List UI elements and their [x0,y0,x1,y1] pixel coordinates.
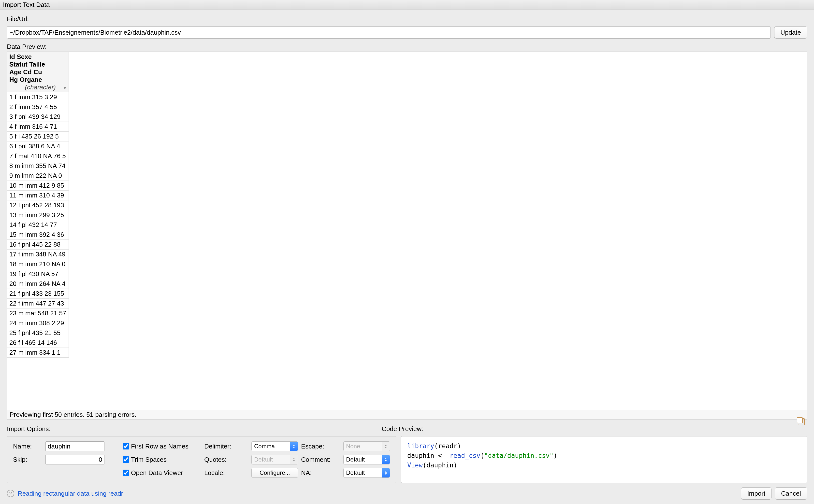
locale-label: Locale: [204,469,248,477]
file-url-input[interactable] [7,26,771,39]
code-preview-label: Code Preview: [382,425,423,433]
help-icon[interactable]: ? [7,490,14,497]
locale-configure-button[interactable]: Configure... [251,468,298,478]
stepper-icon [290,455,298,464]
table-row: 1 f imm 315 3 29 [7,92,69,102]
table-row: 21 f pnl 433 23 155 [7,289,69,299]
table-row: 24 m imm 308 2 29 [7,318,69,328]
preview-status: Previewing first 50 entries. 51 parsing … [7,410,807,420]
table-row: 15 m imm 392 4 36 [7,230,69,240]
table-row: 19 f pl 430 NA 57 [7,269,69,279]
first-row-checkbox[interactable] [123,443,129,449]
data-preview-table: Id SexeStatut TailleAge Cd CuHg Organe (… [7,52,69,358]
delimiter-select[interactable]: Comma [251,441,298,451]
escape-select[interactable]: None [343,441,390,451]
data-preview-table-wrap[interactable]: Id SexeStatut TailleAge Cd CuHg Organe (… [7,52,807,410]
delimiter-label: Delimiter: [204,443,248,450]
import-options-panel: Name: First Row as Names Delimiter: Comm… [7,436,396,483]
copy-code-icon[interactable] [798,418,805,425]
table-row: 18 m imm 210 NA 0 [7,259,69,269]
table-row: 8 m imm 355 NA 74 [7,161,69,171]
name-input[interactable] [45,441,104,451]
cancel-button[interactable]: Cancel [775,487,807,500]
comment-label: Comment: [301,456,340,463]
update-button[interactable]: Update [774,26,807,39]
window-title: Import Text Data [0,0,814,10]
table-row: 5 f l 435 26 192 5 [7,132,69,141]
table-row: 2 f imm 357 4 55 [7,102,69,112]
code-preview-text: library(readr) dauphin <- read_csv("data… [407,441,801,470]
column-type-dropdown-icon[interactable]: ▾ [64,85,66,91]
column-header[interactable]: Id SexeStatut TailleAge Cd CuHg Organe (… [7,52,69,92]
na-select[interactable]: Default [343,468,390,478]
table-row: 20 m imm 264 NA 4 [7,279,69,289]
table-row: 9 m imm 222 NA 0 [7,171,69,181]
table-row: 16 f pnl 445 22 88 [7,240,69,250]
name-label: Name: [13,443,43,450]
quotes-select[interactable]: Default [251,455,298,464]
skip-label: Skip: [13,456,43,463]
table-row: 23 m mat 548 21 57 [7,308,69,318]
table-row: 3 f pnl 439 34 129 [7,112,69,122]
stepper-icon [382,455,390,464]
table-row: 7 f mat 410 NA 76 5 [7,151,69,161]
comment-select[interactable]: Default [343,455,390,464]
table-row: 14 f pl 432 14 77 [7,220,69,230]
stepper-icon [382,442,390,451]
skip-input[interactable] [45,455,104,464]
trim-spaces-checkbox[interactable] [123,456,129,463]
trim-spaces-label: Trim Spaces [131,456,167,463]
file-url-label: File/Url: [7,11,807,24]
table-row: 6 f pnl 388 6 NA 4 [7,141,69,151]
table-row: 4 f imm 316 4 71 [7,122,69,132]
na-label: NA: [301,469,340,477]
table-row: 10 m imm 412 9 85 [7,181,69,191]
open-data-viewer-checkbox[interactable] [123,470,129,476]
table-row: 25 f pnl 435 21 55 [7,328,69,338]
open-data-viewer-label: Open Data Viewer [131,469,183,477]
escape-label: Escape: [301,443,340,450]
table-row: 11 m imm 310 4 39 [7,191,69,200]
table-row: 17 f imm 348 NA 49 [7,250,69,259]
table-row: 26 f l 465 14 146 [7,338,69,348]
help-link[interactable]: Reading rectangular data using readr [18,490,123,497]
import-options-label: Import Options: [7,425,377,433]
quotes-label: Quotes: [204,456,248,463]
table-row: 27 m imm 334 1 1 [7,348,69,358]
data-preview-panel: Id SexeStatut TailleAge Cd CuHg Organe (… [7,52,807,420]
first-row-label: First Row as Names [131,443,188,450]
code-preview-panel[interactable]: library(readr) dauphin <- read_csv("data… [401,436,807,483]
data-preview-label: Data Preview: [0,42,814,52]
table-row: 12 f pnl 452 28 193 [7,200,69,210]
stepper-icon [382,468,390,477]
import-button[interactable]: Import [741,487,771,500]
table-row: 13 m imm 299 3 25 [7,210,69,220]
table-row: 22 f imm 447 27 43 [7,299,69,308]
stepper-icon [290,442,298,451]
